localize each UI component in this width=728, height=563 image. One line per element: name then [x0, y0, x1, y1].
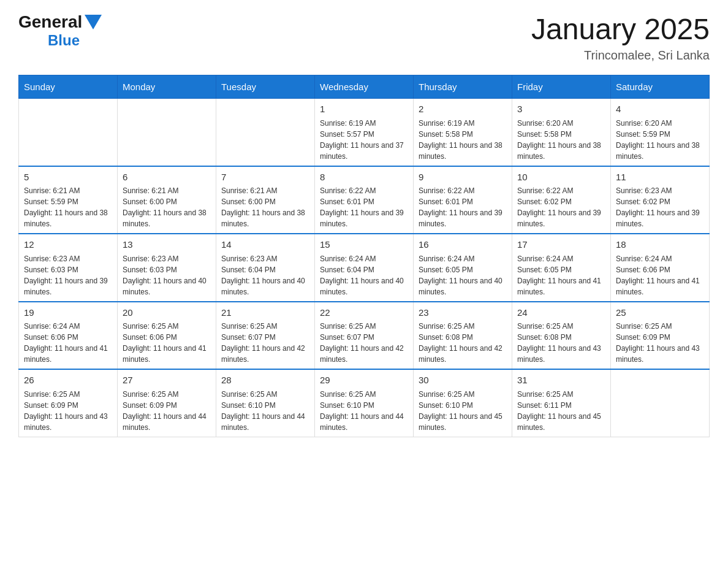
day-info: Sunrise: 6:22 AMSunset: 6:01 PMDaylight:…: [320, 185, 408, 229]
day-info: Sunrise: 6:22 AMSunset: 6:02 PMDaylight:…: [517, 185, 605, 229]
calendar-day-22: 22Sunrise: 6:25 AMSunset: 6:07 PMDayligh…: [315, 302, 414, 370]
calendar-day-27: 27Sunrise: 6:25 AMSunset: 6:09 PMDayligh…: [118, 369, 216, 437]
day-number: 7: [221, 170, 309, 185]
day-number: 2: [419, 102, 507, 117]
day-info: Sunrise: 6:25 AMSunset: 6:09 PMDaylight:…: [24, 389, 112, 433]
day-info: Sunrise: 6:24 AMSunset: 6:06 PMDaylight:…: [24, 321, 112, 365]
calendar-empty-cell: [118, 99, 216, 166]
title-section: January 2025 Trincomalee, Sri Lanka: [531, 12, 710, 63]
day-info: Sunrise: 6:25 AMSunset: 6:08 PMDaylight:…: [419, 321, 507, 365]
day-info: Sunrise: 6:25 AMSunset: 6:06 PMDaylight:…: [123, 321, 211, 365]
day-number: 9: [419, 170, 507, 185]
logo: General Blue: [18, 12, 104, 49]
day-number: 18: [616, 238, 704, 252]
day-info: Sunrise: 6:23 AMSunset: 6:03 PMDaylight:…: [24, 253, 112, 297]
day-number: 26: [24, 373, 112, 388]
calendar-day-4: 4Sunrise: 6:20 AMSunset: 5:59 PMDaylight…: [611, 99, 710, 166]
calendar-day-31: 31Sunrise: 6:25 AMSunset: 6:11 PMDayligh…: [512, 369, 611, 437]
calendar-empty-cell: [19, 99, 118, 166]
day-info: Sunrise: 6:25 AMSunset: 6:07 PMDaylight:…: [221, 321, 309, 365]
day-number: 17: [517, 238, 605, 252]
calendar-header-tuesday: Tuesday: [216, 75, 315, 99]
calendar-day-28: 28Sunrise: 6:25 AMSunset: 6:10 PMDayligh…: [216, 369, 315, 437]
day-info: Sunrise: 6:21 AMSunset: 6:00 PMDaylight:…: [123, 185, 211, 229]
calendar-week-row: 5Sunrise: 6:21 AMSunset: 5:59 PMDaylight…: [19, 166, 710, 234]
day-info: Sunrise: 6:20 AMSunset: 5:59 PMDaylight:…: [616, 118, 704, 162]
day-number: 22: [320, 306, 408, 320]
calendar-day-3: 3Sunrise: 6:20 AMSunset: 5:58 PMDaylight…: [512, 99, 611, 166]
day-info: Sunrise: 6:24 AMSunset: 6:05 PMDaylight:…: [517, 253, 605, 297]
day-info: Sunrise: 6:19 AMSunset: 5:58 PMDaylight:…: [419, 118, 507, 162]
calendar-header-thursday: Thursday: [414, 75, 512, 99]
day-info: Sunrise: 6:21 AMSunset: 6:00 PMDaylight:…: [221, 185, 309, 229]
calendar-day-24: 24Sunrise: 6:25 AMSunset: 6:08 PMDayligh…: [512, 302, 611, 370]
day-number: 6: [123, 170, 211, 185]
calendar-header-sunday: Sunday: [19, 75, 118, 99]
day-number: 10: [517, 170, 605, 185]
calendar-day-8: 8Sunrise: 6:22 AMSunset: 6:01 PMDaylight…: [315, 166, 414, 234]
logo-icon: [85, 15, 102, 29]
day-number: 29: [320, 373, 408, 388]
day-info: Sunrise: 6:23 AMSunset: 6:03 PMDaylight:…: [123, 253, 211, 297]
calendar-week-row: 19Sunrise: 6:24 AMSunset: 6:06 PMDayligh…: [19, 302, 710, 370]
month-title: January 2025: [531, 12, 710, 46]
calendar-day-29: 29Sunrise: 6:25 AMSunset: 6:10 PMDayligh…: [315, 369, 414, 437]
calendar-day-26: 26Sunrise: 6:25 AMSunset: 6:09 PMDayligh…: [19, 369, 118, 437]
day-info: Sunrise: 6:22 AMSunset: 6:01 PMDaylight:…: [419, 185, 507, 229]
calendar-header-saturday: Saturday: [611, 75, 710, 99]
calendar-empty-cell: [216, 99, 315, 166]
day-info: Sunrise: 6:19 AMSunset: 5:57 PMDaylight:…: [320, 118, 408, 162]
calendar-day-14: 14Sunrise: 6:23 AMSunset: 6:04 PMDayligh…: [216, 234, 315, 302]
calendar-day-19: 19Sunrise: 6:24 AMSunset: 6:06 PMDayligh…: [19, 302, 118, 370]
calendar-day-5: 5Sunrise: 6:21 AMSunset: 5:59 PMDaylight…: [19, 166, 118, 234]
calendar-empty-cell: [611, 369, 710, 437]
calendar-header-friday: Friday: [512, 75, 611, 99]
logo-general-text: General: [18, 12, 82, 32]
calendar-day-30: 30Sunrise: 6:25 AMSunset: 6:10 PMDayligh…: [414, 369, 512, 437]
day-number: 25: [616, 306, 704, 320]
day-number: 4: [616, 102, 704, 117]
day-number: 14: [221, 238, 309, 252]
calendar-day-1: 1Sunrise: 6:19 AMSunset: 5:57 PMDaylight…: [315, 99, 414, 166]
calendar-day-20: 20Sunrise: 6:25 AMSunset: 6:06 PMDayligh…: [118, 302, 216, 370]
day-number: 1: [320, 102, 408, 117]
calendar-day-25: 25Sunrise: 6:25 AMSunset: 6:09 PMDayligh…: [611, 302, 710, 370]
day-number: 27: [123, 373, 211, 388]
day-info: Sunrise: 6:25 AMSunset: 6:07 PMDaylight:…: [320, 321, 408, 365]
calendar-table: SundayMondayTuesdayWednesdayThursdayFrid…: [18, 75, 710, 437]
calendar-day-6: 6Sunrise: 6:21 AMSunset: 6:00 PMDaylight…: [118, 166, 216, 234]
day-number: 31: [517, 373, 605, 388]
calendar-day-15: 15Sunrise: 6:24 AMSunset: 6:04 PMDayligh…: [315, 234, 414, 302]
calendar-day-13: 13Sunrise: 6:23 AMSunset: 6:03 PMDayligh…: [118, 234, 216, 302]
day-info: Sunrise: 6:25 AMSunset: 6:09 PMDaylight:…: [616, 321, 704, 365]
calendar-week-row: 12Sunrise: 6:23 AMSunset: 6:03 PMDayligh…: [19, 234, 710, 302]
day-info: Sunrise: 6:23 AMSunset: 6:02 PMDaylight:…: [616, 185, 704, 229]
calendar-day-7: 7Sunrise: 6:21 AMSunset: 6:00 PMDaylight…: [216, 166, 315, 234]
calendar-day-16: 16Sunrise: 6:24 AMSunset: 6:05 PMDayligh…: [414, 234, 512, 302]
calendar-day-23: 23Sunrise: 6:25 AMSunset: 6:08 PMDayligh…: [414, 302, 512, 370]
calendar-day-11: 11Sunrise: 6:23 AMSunset: 6:02 PMDayligh…: [611, 166, 710, 234]
day-number: 3: [517, 102, 605, 117]
calendar-day-21: 21Sunrise: 6:25 AMSunset: 6:07 PMDayligh…: [216, 302, 315, 370]
day-number: 19: [24, 306, 112, 320]
page-header: General Blue January 2025 Trincomalee, S…: [18, 12, 710, 63]
day-info: Sunrise: 6:24 AMSunset: 6:04 PMDaylight:…: [320, 253, 408, 297]
day-number: 21: [221, 306, 309, 320]
calendar-day-10: 10Sunrise: 6:22 AMSunset: 6:02 PMDayligh…: [512, 166, 611, 234]
day-number: 20: [123, 306, 211, 320]
day-info: Sunrise: 6:25 AMSunset: 6:10 PMDaylight:…: [221, 389, 309, 433]
day-number: 24: [517, 306, 605, 320]
day-number: 8: [320, 170, 408, 185]
day-number: 16: [419, 238, 507, 252]
location-text: Trincomalee, Sri Lanka: [531, 48, 710, 63]
day-number: 28: [221, 373, 309, 388]
day-info: Sunrise: 6:24 AMSunset: 6:05 PMDaylight:…: [419, 253, 507, 297]
calendar-header-row: SundayMondayTuesdayWednesdayThursdayFrid…: [19, 75, 710, 99]
calendar-day-9: 9Sunrise: 6:22 AMSunset: 6:01 PMDaylight…: [414, 166, 512, 234]
day-number: 30: [419, 373, 507, 388]
day-info: Sunrise: 6:25 AMSunset: 6:08 PMDaylight:…: [517, 321, 605, 365]
calendar-header-monday: Monday: [118, 75, 216, 99]
day-number: 13: [123, 238, 211, 252]
calendar-day-17: 17Sunrise: 6:24 AMSunset: 6:05 PMDayligh…: [512, 234, 611, 302]
day-info: Sunrise: 6:24 AMSunset: 6:06 PMDaylight:…: [616, 253, 704, 297]
